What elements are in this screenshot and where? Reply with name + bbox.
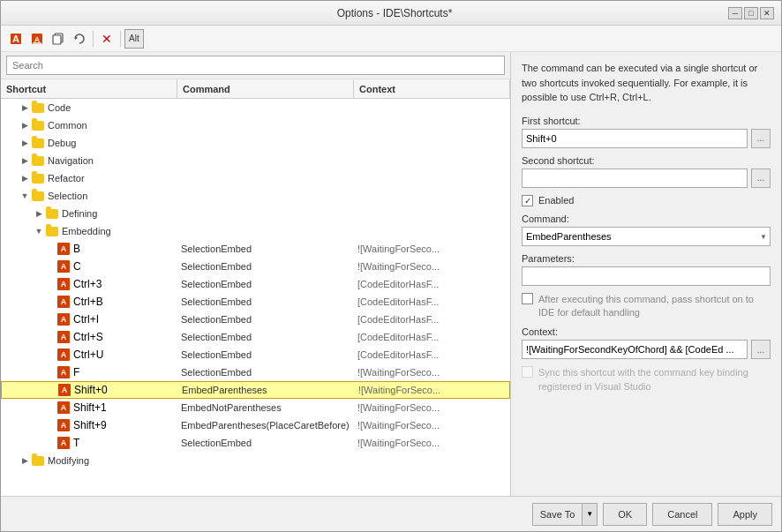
add-shortcut-button[interactable]: A (6, 29, 26, 49)
table-row[interactable]: A B SelectionEmbed ![WaitingForSeco... (1, 240, 510, 258)
group-selection[interactable]: ▼ Selection (1, 187, 510, 205)
command-cell: SelectionEmbed (177, 261, 354, 272)
a-badge: A (57, 313, 70, 326)
table-row[interactable]: A Ctrl+B SelectionEmbed [CodeEditorHasF.… (1, 293, 510, 311)
selected-shortcut-row[interactable]: A Shift+0 EmbedParentheses ![WaitingForS… (1, 381, 510, 399)
folder-icon (31, 137, 45, 149)
second-shortcut-input[interactable] (522, 169, 748, 188)
context-input[interactable] (522, 340, 748, 359)
group-navigation-label: Navigation (48, 155, 510, 166)
search-input[interactable] (6, 56, 505, 75)
context-label: Context: (522, 326, 771, 337)
save-to-dropdown-arrow[interactable]: ▼ (582, 503, 598, 526)
shortcut-key: Ctrl+I (73, 313, 99, 326)
table-row[interactable]: A Ctrl+3 SelectionEmbed [CodeEditorHasF.… (1, 275, 510, 293)
group-modifying[interactable]: ▶ Modifying (1, 452, 510, 469)
apply-button[interactable]: Apply (718, 503, 772, 526)
delete-button[interactable]: ✕ (97, 29, 117, 49)
table-row[interactable]: A Ctrl+S SelectionEmbed [CodeEditorHasF.… (1, 328, 510, 346)
first-shortcut-browse-button[interactable]: ... (751, 129, 771, 148)
a-badge: A (57, 260, 70, 273)
table-row[interactable]: A Ctrl+U SelectionEmbed [CodeEditorHasF.… (1, 346, 510, 363)
group-navigation[interactable]: ▶ Navigation (1, 152, 510, 169)
toolbar: A A ✕ Alt (1, 26, 781, 52)
minimize-button[interactable]: ─ (728, 7, 742, 19)
command-dropdown[interactable]: EmbedParentheses (522, 227, 771, 246)
group-embedding[interactable]: ▼ Embedding (1, 222, 510, 240)
second-shortcut-browse-button[interactable]: ... (751, 169, 771, 188)
context-cell: ![WaitingForSeco... (354, 438, 510, 448)
svg-marker-7 (75, 36, 78, 40)
context-cell: ![WaitingForSeco... (354, 244, 510, 254)
sync-checkbox[interactable] (522, 366, 533, 378)
context-cell: [CodeEditorHasF... (354, 279, 510, 289)
a-badge: A (57, 243, 70, 255)
main-window: Options - IDE\Shortcuts* ─ □ ✕ A A (0, 0, 782, 532)
group-debug[interactable]: ▶ Debug (1, 134, 510, 152)
copy-button[interactable] (49, 29, 68, 49)
table-row[interactable]: A T SelectionEmbed ![WaitingForSeco... (1, 434, 510, 452)
first-shortcut-label: First shortcut: (522, 116, 771, 126)
command-cell: EmbedParentheses (178, 385, 355, 395)
a-badge: A (57, 348, 70, 361)
title-bar: Options - IDE\Shortcuts* ─ □ ✕ (1, 1, 781, 26)
rename-button[interactable]: A (27, 29, 47, 49)
expand-icon: ▶ (33, 207, 45, 220)
folder-icon (45, 225, 59, 237)
group-embedding-label: Embedding (62, 226, 510, 236)
table-row[interactable]: A C SelectionEmbed ![WaitingForSeco... (1, 258, 510, 275)
folder-icon (31, 101, 45, 114)
a-badge: A (57, 278, 70, 290)
shortcut-key: T (73, 437, 79, 449)
group-refactor[interactable]: ▶ Refactor (1, 169, 510, 187)
pass-shortcut-checkbox[interactable] (522, 293, 533, 304)
table-row[interactable]: A Shift+9 EmbedParentheses(PlaceCaretBef… (1, 416, 510, 434)
reset-button[interactable] (70, 29, 89, 49)
group-selection-label: Selection (48, 191, 510, 201)
table-row[interactable]: A Ctrl+I SelectionEmbed [CodeEditorHasF.… (1, 311, 510, 328)
folder-icon (31, 454, 45, 467)
search-box (1, 52, 510, 79)
group-defining-label: Defining (62, 208, 510, 219)
ok-button[interactable]: OK (603, 503, 647, 526)
parameters-label: Parameters: (522, 253, 771, 264)
table-row[interactable]: A Shift+1 EmbedNotParentheses ![WaitingF… (1, 399, 510, 416)
group-defining[interactable]: ▶ Defining (1, 205, 510, 222)
group-debug-label: Debug (48, 138, 510, 148)
table-row[interactable]: A F SelectionEmbed ![WaitingForSeco... (1, 363, 510, 381)
left-panel: Shortcut Command Context ▶ Code ▶ Common (1, 52, 511, 496)
cancel-button[interactable]: Cancel (652, 503, 712, 526)
context-cell: [CodeEditorHasF... (354, 296, 510, 307)
first-shortcut-input[interactable] (522, 129, 748, 148)
context-browse-button[interactable]: ... (751, 340, 771, 359)
context-cell: ![WaitingForSeco... (354, 261, 510, 272)
shortcut-key: B (73, 243, 80, 255)
maximize-button[interactable]: □ (744, 7, 758, 19)
toolbar-separator (93, 31, 94, 47)
group-common[interactable]: ▶ Common (1, 116, 510, 134)
close-button[interactable]: ✕ (760, 7, 774, 19)
right-panel: The command can be executed via a single… (511, 52, 781, 496)
command-cell: EmbedParentheses(PlaceCaretBefore) (177, 420, 354, 431)
second-shortcut-row: ... (522, 169, 771, 188)
expand-icon: ▼ (33, 225, 45, 237)
parameters-input[interactable] (522, 266, 771, 286)
expand-icon: ▶ (19, 119, 31, 131)
a-badge: A (57, 296, 70, 308)
group-common-label: Common (48, 120, 510, 131)
bottom-bar: Save To ▼ OK Cancel Apply (1, 496, 781, 531)
save-to-group: Save To ▼ (532, 503, 598, 526)
tree-area[interactable]: ▶ Code ▶ Common ▶ Debug ▶ (1, 99, 510, 496)
command-cell: SelectionEmbed (177, 314, 354, 325)
alt-button[interactable]: Alt (124, 29, 144, 49)
shortcut-column-header: Shortcut (1, 79, 177, 98)
context-display: ... (522, 340, 771, 359)
enabled-checkbox[interactable] (522, 195, 533, 206)
folder-icon (31, 190, 45, 202)
group-code[interactable]: ▶ Code (1, 99, 510, 116)
pass-shortcut-label: After executing this command, pass short… (538, 293, 771, 320)
shortcut-key: Shift+1 (73, 401, 107, 414)
enabled-label: Enabled (538, 195, 574, 206)
save-to-button[interactable]: Save To (532, 503, 583, 526)
shortcut-key: Shift+0 (74, 384, 108, 396)
